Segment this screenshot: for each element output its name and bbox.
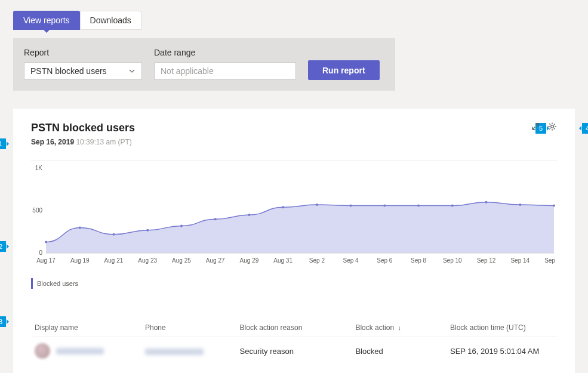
table-row[interactable]: x x Security reason Blocked SEP 16, 2019…	[31, 337, 557, 365]
svg-point-22	[79, 226, 81, 229]
svg-text:1K: 1K	[35, 165, 43, 171]
legend-label: Blocked users	[37, 280, 78, 287]
callout-2: 2	[0, 241, 6, 252]
sort-down-icon: ↓	[398, 324, 401, 331]
report-actions	[531, 122, 557, 131]
svg-text:500: 500	[32, 207, 42, 214]
chart-canvas: 05001KAug 17Aug 19Aug 21Aug 23Aug 25Aug …	[31, 165, 557, 266]
cell-reason: Security reason	[236, 337, 352, 365]
report-card: 1 2 3 5 4 PSTN blocked users Sep 16, 201…	[13, 109, 575, 373]
cell-phone: x	[141, 337, 236, 365]
svg-text:Sep 6: Sep 6	[377, 257, 393, 264]
report-title: PSTN blocked users	[31, 122, 557, 134]
svg-text:Sep 2: Sep 2	[309, 257, 325, 264]
svg-text:Sep 14: Sep 14	[510, 257, 529, 264]
run-report-button[interactable]: Run report	[308, 60, 380, 80]
svg-text:Sep 12: Sep 12	[477, 257, 496, 264]
tabs-bar: View reports Downloads	[0, 0, 588, 30]
timestamp-date: Sep 16, 2019	[31, 138, 74, 146]
svg-point-29	[316, 204, 318, 206]
svg-text:0: 0	[39, 249, 42, 256]
svg-point-23	[112, 233, 115, 236]
svg-point-0	[551, 125, 554, 128]
fullscreen-button[interactable]	[531, 122, 540, 131]
svg-point-26	[214, 218, 217, 220]
svg-text:Aug 21: Aug 21	[104, 257, 124, 264]
svg-point-35	[519, 204, 521, 206]
svg-text:Aug 29: Aug 29	[240, 257, 259, 264]
redacted-phone: x	[145, 349, 204, 355]
tab-view-reports[interactable]: View reports	[13, 11, 80, 30]
redacted-name: x	[56, 348, 104, 354]
expand-icon	[531, 122, 540, 131]
gear-icon	[547, 122, 557, 131]
svg-text:Sep 16: Sep 16	[544, 257, 557, 264]
svg-point-34	[485, 201, 488, 204]
svg-point-28	[282, 206, 284, 208]
col-reason[interactable]: Block action reason	[236, 319, 352, 337]
col-action[interactable]: Block action ↓	[352, 319, 447, 337]
svg-text:Sep 4: Sep 4	[343, 257, 359, 264]
callout-1: 1	[0, 138, 6, 149]
date-range-dropdown[interactable]: Not applicable	[154, 62, 296, 80]
svg-text:Sep 10: Sep 10	[443, 257, 462, 264]
svg-point-21	[45, 241, 47, 243]
avatar	[35, 343, 50, 359]
svg-text:Aug 31: Aug 31	[273, 257, 293, 264]
cell-action: Blocked	[352, 337, 447, 365]
col-phone[interactable]: Phone	[141, 319, 236, 337]
legend-swatch	[31, 278, 33, 289]
svg-point-36	[553, 204, 555, 206]
svg-point-32	[417, 204, 420, 206]
svg-point-24	[146, 229, 149, 232]
svg-text:Aug 23: Aug 23	[138, 257, 157, 264]
filter-bar: Report PSTN blocked users Date range Not…	[13, 38, 395, 91]
svg-text:Aug 27: Aug 27	[206, 257, 225, 264]
report-label: Report	[24, 48, 142, 57]
svg-point-33	[451, 204, 454, 206]
results-table: Display name Phone Block action reason B…	[31, 319, 557, 365]
svg-point-25	[180, 225, 183, 227]
callout-4: 4	[582, 123, 588, 134]
svg-text:Aug 25: Aug 25	[172, 257, 191, 264]
timestamp-time: 10:39:13 am (PT)	[76, 138, 131, 146]
date-range-value: Not applicable	[161, 66, 214, 76]
report-dropdown[interactable]: PSTN blocked users	[24, 62, 142, 80]
svg-text:Aug 17: Aug 17	[36, 257, 56, 264]
chart: 05001KAug 17Aug 19Aug 21Aug 23Aug 25Aug …	[31, 161, 557, 295]
svg-point-27	[248, 214, 250, 216]
cell-display-name: x	[31, 337, 141, 365]
timestamp: Sep 16, 2019 10:39:13 am (PT)	[31, 138, 557, 146]
chevron-down-icon	[128, 67, 136, 75]
svg-point-31	[383, 204, 386, 206]
chart-legend: Blocked users	[31, 278, 557, 289]
date-range-label: Date range	[154, 48, 296, 57]
svg-point-30	[350, 204, 352, 206]
filter-date-group: Date range Not applicable	[154, 48, 296, 80]
col-display-name[interactable]: Display name	[31, 319, 141, 337]
report-dropdown-value: PSTN blocked users	[30, 66, 107, 76]
callout-3: 3	[0, 316, 6, 327]
svg-text:Sep 8: Sep 8	[411, 257, 427, 264]
col-action-label: Block action	[355, 323, 394, 332]
cell-time: SEP 16, 2019 5:01:04 AM	[447, 337, 557, 365]
svg-text:Aug 19: Aug 19	[70, 257, 90, 264]
settings-button[interactable]	[547, 122, 557, 131]
tab-downloads[interactable]: Downloads	[80, 11, 141, 30]
col-time[interactable]: Block action time (UTC)	[447, 319, 557, 337]
filter-report-group: Report PSTN blocked users	[24, 48, 142, 80]
